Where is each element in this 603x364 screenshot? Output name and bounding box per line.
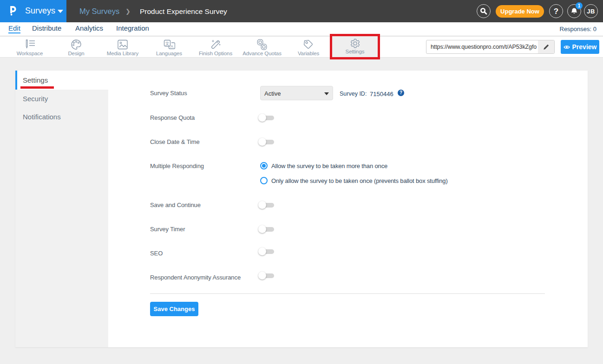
svg-text:A: A: [170, 44, 173, 49]
svg-text:文: 文: [165, 41, 170, 46]
